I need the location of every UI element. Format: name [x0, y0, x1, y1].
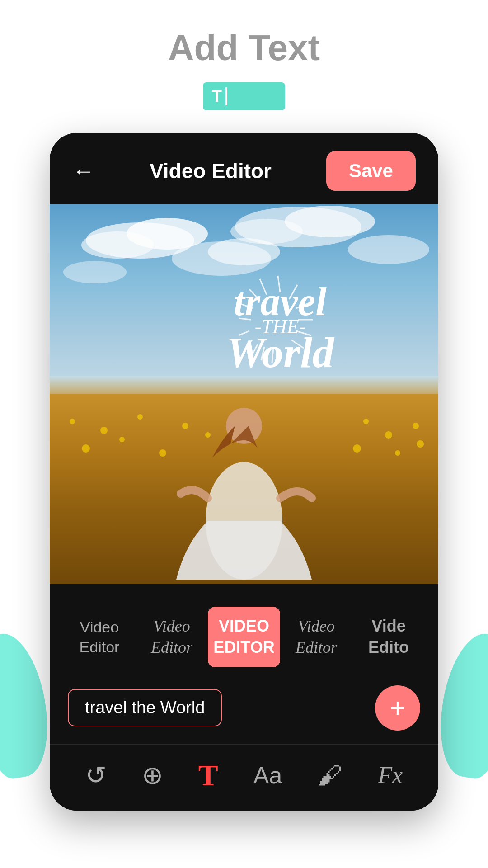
font-option-4[interactable]: VideoEditor — [280, 607, 352, 667]
svg-point-3 — [81, 231, 154, 259]
svg-point-10 — [208, 238, 280, 265]
save-button[interactable]: Save — [326, 151, 416, 191]
toolbar-sticker[interactable]: ⊕ — [142, 760, 163, 790]
text-icon-toolbar: T — [198, 758, 218, 793]
reset-icon: ↺ — [85, 760, 107, 790]
phone-header: ← Video Editor Save — [50, 133, 438, 204]
svg-point-26 — [417, 440, 424, 448]
toolbar-paint[interactable]: 🖌 — [317, 760, 343, 790]
scene-svg: travel -THE- World — [50, 204, 438, 584]
svg-point-17 — [82, 444, 90, 453]
font-option-2[interactable]: VideoEditor — [136, 607, 208, 667]
toolbar-text[interactable]: T — [198, 758, 218, 793]
back-button[interactable]: ← — [72, 158, 95, 184]
svg-point-21 — [363, 419, 369, 424]
font-selector: VideoEditor VideoEditor VideoEditor Vide… — [50, 598, 438, 676]
sticker-icon: ⊕ — [142, 760, 163, 790]
svg-point-15 — [137, 414, 143, 420]
bottom-editor: VideoEditor VideoEditor VideoEditor Vide… — [50, 584, 438, 811]
paint-icon: 🖌 — [317, 760, 343, 790]
font-icon: Aa — [253, 762, 282, 789]
font-option-1[interactable]: VideoEditor — [63, 608, 136, 666]
text-tags-row: travel the World + — [50, 676, 438, 744]
font-option-3[interactable]: VideoEditor — [208, 607, 280, 667]
font-option-5[interactable]: VideEdito — [352, 607, 425, 667]
text-input-bar[interactable]: T — [203, 82, 285, 110]
svg-point-24 — [353, 444, 361, 453]
video-area: travel -THE- World — [50, 204, 438, 584]
svg-point-16 — [182, 423, 188, 429]
svg-point-13 — [70, 419, 75, 424]
svg-point-20 — [205, 432, 211, 438]
add-text-button[interactable]: + — [375, 685, 420, 731]
svg-point-19 — [159, 449, 166, 457]
svg-point-25 — [395, 450, 400, 456]
page-title: Add Text — [168, 27, 320, 69]
svg-point-23 — [413, 423, 419, 429]
phone-frame: ← Video Editor Save — [50, 133, 438, 811]
svg-text:World: World — [226, 328, 335, 377]
svg-point-22 — [385, 431, 392, 439]
svg-point-7 — [348, 235, 429, 264]
svg-point-18 — [119, 437, 125, 442]
text-tag-travel[interactable]: travel the World — [68, 689, 222, 726]
toolbar-font[interactable]: Aa — [253, 762, 282, 789]
toolbar-reset[interactable]: ↺ — [85, 760, 107, 790]
toolbar-fx[interactable]: Fx — [378, 762, 403, 788]
header-title: Video Editor — [150, 159, 272, 183]
bottom-toolbar: ↺ ⊕ T Aa 🖌 Fx — [50, 744, 438, 811]
svg-point-14 — [100, 427, 108, 434]
text-icon: T — [212, 87, 222, 106]
text-cursor — [225, 87, 227, 105]
fx-icon: Fx — [378, 762, 403, 788]
text-bar-fill — [231, 87, 276, 105]
svg-point-8 — [63, 261, 127, 283]
